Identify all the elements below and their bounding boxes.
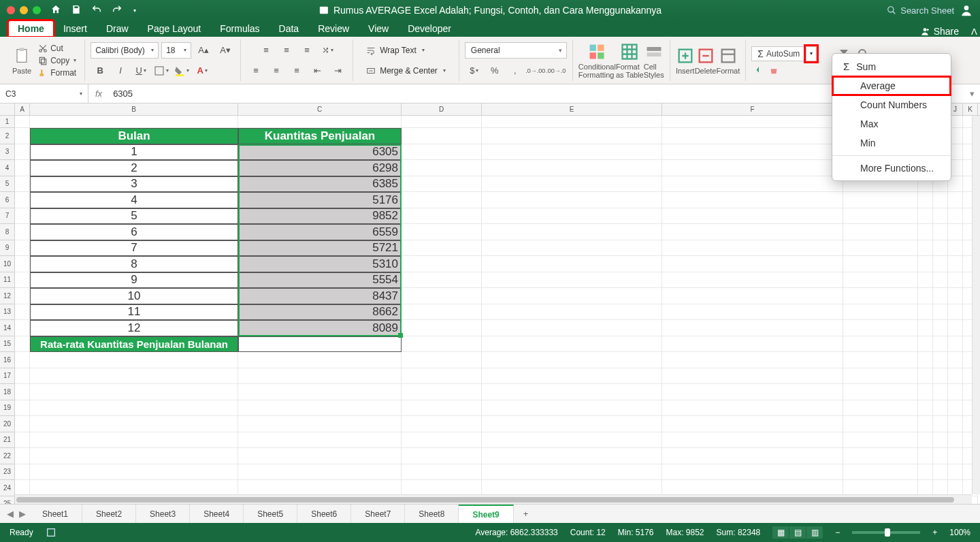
cell[interactable] bbox=[482, 304, 662, 321]
row-header[interactable]: 4 bbox=[0, 160, 15, 176]
cell[interactable] bbox=[948, 384, 963, 400]
row-header[interactable]: 2 bbox=[0, 128, 15, 144]
cell[interactable] bbox=[918, 224, 933, 240]
fill-button[interactable] bbox=[751, 65, 766, 76]
cell[interactable] bbox=[15, 480, 30, 496]
cell[interactable] bbox=[402, 176, 482, 193]
cell[interactable] bbox=[933, 416, 948, 432]
cell[interactable] bbox=[402, 116, 482, 128]
undo-icon[interactable] bbox=[91, 4, 102, 17]
delete-cells-button[interactable]: Delete bbox=[695, 46, 717, 75]
align-center-icon[interactable]: ≡ bbox=[267, 63, 286, 79]
cell[interactable] bbox=[948, 320, 963, 336]
format-as-table-button[interactable]: Format as Table bbox=[616, 42, 644, 79]
row-header[interactable]: 24 bbox=[0, 480, 15, 496]
menu-more-functions[interactable]: More Functions... bbox=[832, 159, 951, 178]
cell[interactable] bbox=[482, 400, 662, 417]
cell[interactable] bbox=[933, 224, 948, 240]
cell[interactable]: 6385 bbox=[238, 176, 402, 193]
row-header[interactable]: 16 bbox=[0, 352, 15, 368]
cell[interactable] bbox=[948, 464, 963, 481]
cell[interactable] bbox=[238, 116, 402, 128]
cell[interactable] bbox=[843, 224, 918, 240]
cell[interactable] bbox=[482, 448, 662, 464]
cell[interactable] bbox=[662, 240, 843, 257]
cell[interactable]: 6305 bbox=[238, 144, 402, 161]
cell[interactable] bbox=[482, 192, 662, 208]
cell[interactable] bbox=[15, 272, 30, 289]
cell[interactable] bbox=[482, 208, 662, 225]
cell[interactable] bbox=[948, 304, 963, 321]
format-painter-button[interactable]: Format bbox=[35, 67, 79, 78]
cell[interactable] bbox=[238, 384, 402, 400]
cell[interactable] bbox=[402, 208, 482, 225]
sheet-tab[interactable]: Sheet1 bbox=[29, 505, 82, 523]
sheet-nav-prev[interactable]: ◀ bbox=[4, 509, 16, 519]
cell[interactable] bbox=[482, 256, 662, 272]
cell[interactable] bbox=[933, 464, 948, 481]
cell[interactable] bbox=[918, 288, 933, 304]
save-icon[interactable] bbox=[71, 4, 82, 17]
row-header[interactable]: 20 bbox=[0, 416, 15, 432]
tab-page-layout[interactable]: Page Layout bbox=[138, 20, 211, 37]
cell[interactable] bbox=[948, 368, 963, 385]
autosum-dropdown[interactable]: ▾ bbox=[806, 46, 817, 61]
col-header-E[interactable]: E bbox=[482, 103, 662, 115]
row-header[interactable]: 3 bbox=[0, 144, 15, 161]
col-header-D[interactable]: D bbox=[402, 103, 482, 115]
cell[interactable] bbox=[933, 448, 948, 464]
cell[interactable] bbox=[843, 368, 918, 385]
cell[interactable] bbox=[843, 432, 918, 449]
cell[interactable] bbox=[15, 208, 30, 225]
sheet-tab[interactable]: Sheet7 bbox=[351, 505, 405, 523]
cell[interactable] bbox=[918, 384, 933, 400]
cell[interactable] bbox=[15, 368, 30, 385]
cell[interactable] bbox=[238, 352, 402, 368]
row-header[interactable]: 23 bbox=[0, 464, 15, 481]
cell[interactable] bbox=[933, 240, 948, 257]
cell[interactable] bbox=[482, 480, 662, 496]
zoom-level[interactable]: 100% bbox=[949, 528, 970, 537]
cell[interactable] bbox=[933, 352, 948, 368]
cell[interactable] bbox=[402, 448, 482, 464]
cell[interactable] bbox=[15, 352, 30, 368]
cell[interactable] bbox=[948, 448, 963, 464]
fx-icon[interactable]: fx bbox=[88, 89, 109, 99]
view-layout-icon[interactable]: ▤ bbox=[789, 526, 806, 539]
tab-insert[interactable]: Insert bbox=[54, 20, 97, 37]
cell[interactable] bbox=[482, 416, 662, 432]
cell[interactable] bbox=[843, 320, 918, 336]
cell[interactable] bbox=[662, 464, 843, 481]
cell[interactable] bbox=[662, 116, 843, 128]
cell[interactable] bbox=[482, 240, 662, 257]
cell[interactable] bbox=[843, 336, 918, 353]
cell[interactable] bbox=[662, 256, 843, 272]
align-middle-icon[interactable]: ≡ bbox=[277, 42, 296, 59]
share-button[interactable]: Share bbox=[911, 26, 968, 37]
cell[interactable] bbox=[402, 480, 482, 496]
redo-icon[interactable] bbox=[112, 4, 122, 17]
decrease-font-icon[interactable]: A▾ bbox=[216, 42, 235, 59]
cell[interactable]: 5 bbox=[30, 208, 238, 225]
cell[interactable] bbox=[482, 160, 662, 176]
cell[interactable]: 9852 bbox=[238, 208, 402, 225]
italic-button[interactable]: I bbox=[111, 63, 130, 79]
name-box[interactable]: C3▾ bbox=[0, 84, 88, 103]
cell[interactable] bbox=[30, 368, 238, 385]
cell[interactable] bbox=[662, 368, 843, 385]
cell[interactable] bbox=[948, 352, 963, 368]
cell-styles-button[interactable]: Cell Styles bbox=[644, 42, 664, 79]
cell[interactable] bbox=[662, 448, 843, 464]
cell[interactable] bbox=[482, 464, 662, 481]
cell[interactable] bbox=[402, 400, 482, 417]
view-break-icon[interactable]: ▥ bbox=[806, 526, 823, 539]
cell[interactable] bbox=[918, 240, 933, 257]
cell[interactable] bbox=[402, 384, 482, 400]
paste-button[interactable]: Paste bbox=[12, 46, 31, 75]
border-button[interactable]: ▾ bbox=[152, 63, 171, 79]
cell[interactable] bbox=[843, 416, 918, 432]
cell[interactable] bbox=[402, 368, 482, 385]
wrap-text-button[interactable]: Wrap Text▾ bbox=[359, 42, 432, 59]
cell[interactable] bbox=[15, 448, 30, 464]
row-header[interactable]: 9 bbox=[0, 240, 15, 257]
